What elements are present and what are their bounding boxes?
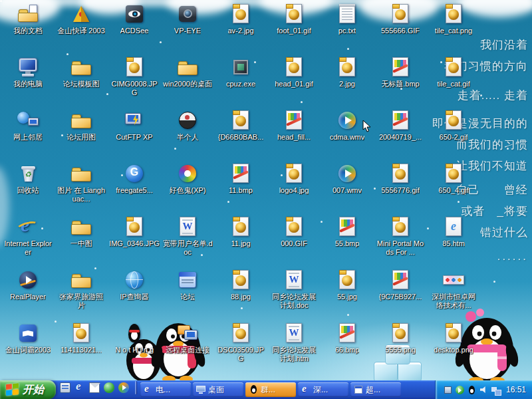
qq-penguin-tray-icon[interactable] (467, 385, 477, 395)
desktop-icon[interactable]: 回收站 (2, 163, 54, 195)
bmp-icon (336, 216, 358, 237)
taskbar-button-5[interactable]: 超... (350, 382, 401, 397)
desktop-icon-label: logo4.jpg (279, 186, 309, 195)
desktop-icon-label: 20040719_... (379, 133, 422, 142)
desktop-icon[interactable]: 金山快译 2003 (55, 3, 107, 35)
desktop-icon[interactable]: 650_4.gif (428, 163, 479, 195)
desktop-icon[interactable]: 114113021... (55, 323, 107, 354)
desktop-icon[interactable]: pc.txt (321, 3, 373, 35)
desktop-icon[interactable]: 无标题.bmp (374, 57, 426, 88)
desktop-icon[interactable]: 555666.GIF (374, 3, 426, 35)
desktop-icon[interactable]: 宽带用户名单.doc (162, 216, 213, 257)
network-tray-icon[interactable] (491, 385, 501, 395)
desktop-icon-label: {D66B0BAB... (218, 133, 264, 142)
desktop-icon[interactable]: logo4.jpg (268, 163, 320, 195)
desktop-icon-label: 114113021... (61, 346, 102, 354)
internet-explorer-icon[interactable] (73, 380, 86, 395)
desktop-icon[interactable]: freegate5... (108, 163, 160, 195)
desktop-icon[interactable]: 5555.png (374, 323, 426, 354)
remote-desktop-icon (176, 323, 199, 344)
desktop-icon[interactable]: {D66B0BAB... (215, 110, 267, 142)
desktop-icon-label: head_fill... (277, 133, 311, 142)
desktop-icon[interactable]: 半个人 (162, 110, 213, 142)
desktop-icon[interactable]: tile_cat.gif (428, 57, 479, 88)
desktop-icon[interactable]: {9C75B927... (374, 269, 426, 301)
desktop-icon-label: 图片 在 Lianghuac... (56, 186, 106, 203)
desktop-icon-label: 一中图 (70, 239, 92, 248)
clock[interactable]: 16:51 (506, 385, 526, 394)
image-icon (229, 269, 252, 291)
desktop-icon[interactable]: 论坛用图 (55, 110, 107, 142)
desktop-icon[interactable]: RealPlayer (2, 269, 54, 301)
desktop-icon[interactable]: 2.jpg (321, 57, 373, 88)
desktop-icon[interactable]: 88.jpg (215, 269, 267, 301)
desktop-icon[interactable]: 11.bmp (215, 163, 267, 195)
taskbar-button-1[interactable]: 电... (140, 382, 191, 397)
desktop-icon[interactable]: 我的电脑 (2, 57, 54, 88)
desktop-icon[interactable]: VP-EYE (162, 3, 213, 35)
bmp-icon (389, 269, 412, 291)
desktop-icon[interactable]: 好色鬼(XP) (162, 163, 213, 195)
media-player-icon[interactable] (117, 380, 130, 395)
green-media-tray-icon[interactable] (455, 385, 465, 395)
image-icon (283, 3, 305, 25)
desktop-icon[interactable]: 张家界旅游照片 (55, 269, 107, 310)
desktop-icon[interactable]: tile_cat.png (428, 3, 479, 35)
msn-messenger-icon[interactable] (102, 380, 116, 395)
desktop-icon-label: cdma.wmv (330, 133, 365, 142)
outlook-express-icon[interactable] (88, 380, 101, 395)
desktop[interactable]: 我们沿着我们习惯的方向走着..... 走着即便是漫无目的的而我们的习惯让我们不知… (0, 0, 532, 380)
desktop-icon[interactable]: foot_01.gif (268, 3, 320, 35)
taskbar-button-4[interactable]: 深... (298, 382, 348, 397)
image-icon (442, 163, 465, 184)
desktop-icon[interactable]: av-2.jpg (215, 3, 267, 35)
desktop-icon[interactable]: win2000的桌面 (162, 57, 213, 88)
taskbar-button-3[interactable]: 群... (245, 382, 296, 397)
desktop-icon[interactable]: desktop.png (428, 323, 479, 354)
desktop-icon[interactable]: CutFTP XP (108, 110, 160, 142)
desktop-icon[interactable]: 论坛模板图 (55, 57, 107, 88)
desktop-icon[interactable]: 网上邻居 (2, 110, 54, 142)
desktop-icon[interactable]: 远程桌面连接 (162, 323, 213, 354)
desktop-icon[interactable]: 000.GIF (268, 216, 320, 248)
desktop-icon[interactable]: 11.jpg (215, 216, 267, 248)
desktop-icon[interactable]: N o t H i n g (108, 323, 160, 354)
bmp-icon (283, 110, 305, 131)
desktop-icon[interactable]: 55.jpg (321, 269, 373, 301)
desktop-icon[interactable]: 论坛 (162, 269, 213, 301)
desktop-icon[interactable]: 55.bmp (321, 216, 373, 248)
desktop-icon[interactable]: 007.wmv (321, 163, 373, 195)
desktop-icon[interactable]: Internet Explorer (2, 216, 54, 257)
desktop-icon[interactable]: 一中图 (55, 216, 107, 248)
desktop-icon[interactable]: 85.htm (428, 216, 479, 248)
qq-icon (249, 385, 258, 394)
desktop-icon[interactable]: ACDSee (108, 3, 160, 35)
desktop-icon[interactable]: 66.bmp (321, 323, 373, 354)
desktop-icon[interactable]: 650-2.gif (428, 110, 479, 142)
desktop-icon[interactable]: DSC03509.JPG (215, 323, 267, 363)
show-desktop-icon[interactable] (59, 380, 72, 395)
desktop-icon[interactable]: 我的文档 (2, 3, 54, 35)
desktop-icon[interactable]: head_01.gif (268, 57, 320, 88)
desktop-icon[interactable]: IMG_0346.JPG (108, 216, 160, 248)
desktop-icon-label: Internet Explorer (3, 239, 53, 257)
desktop-icon[interactable]: head_fill... (268, 110, 320, 142)
desktop-icon[interactable]: 20040719_... (374, 110, 426, 142)
desktop-icon[interactable]: 同乡论坛发展计划.htm (268, 323, 320, 363)
scanner-tray-icon[interactable] (443, 385, 453, 395)
desktop-icon[interactable]: 深圳市恒卓网络技术有... (428, 269, 479, 310)
desktop-icon[interactable]: CIMG0008.JPG (108, 57, 160, 97)
start-button[interactable]: 开始 (0, 380, 56, 399)
desktop-icon[interactable]: 图片 在 Lianghuac... (55, 163, 107, 203)
desktop-icon[interactable]: IP查询器 (108, 269, 160, 301)
taskbar-button-2[interactable]: 桌面 (193, 382, 243, 397)
desktop-icon[interactable]: 5556776.gif (374, 163, 426, 195)
desktop-icon[interactable]: 金山词霸2003 (2, 323, 54, 354)
desktop-icon-label: 55.jpg (337, 293, 357, 301)
volume-tray-icon[interactable] (479, 385, 489, 395)
desktop-icon[interactable]: cpuz.exe (215, 57, 267, 88)
taskbar-button-label: 桌面 (208, 384, 224, 396)
desktop-icon[interactable]: Mini Portal Mods For ... (374, 216, 426, 257)
app-colorwheel-icon (176, 163, 199, 184)
desktop-icon[interactable]: 同乡论坛发展计划.doc (268, 269, 320, 310)
